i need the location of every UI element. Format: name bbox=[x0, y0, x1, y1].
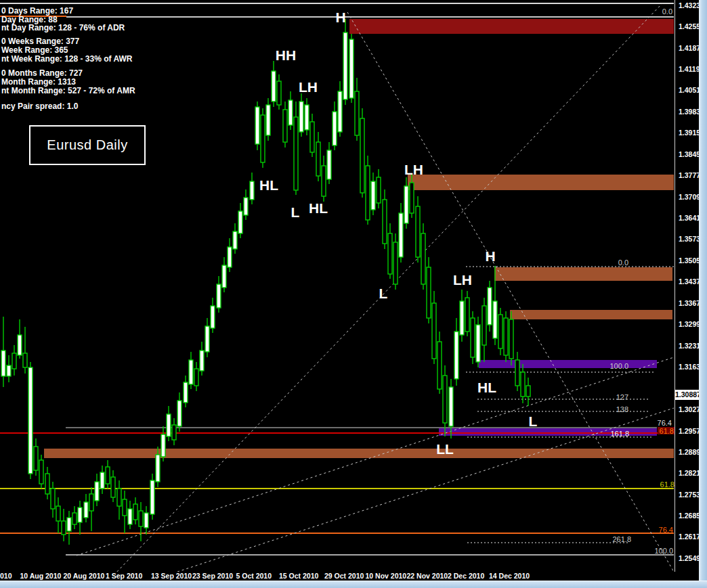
price-axis[interactable]: 1.432301.425501.418701.411901.405101.398… bbox=[674, 0, 699, 580]
candle-bull bbox=[28, 367, 33, 474]
swing-point-label[interactable]: L bbox=[379, 286, 388, 301]
candle-bull bbox=[18, 335, 22, 355]
candle-bear bbox=[443, 376, 447, 423]
candle-bull bbox=[493, 301, 497, 338]
candle-bear bbox=[465, 298, 469, 332]
candle-bull bbox=[100, 472, 104, 489]
candle-bull bbox=[333, 112, 337, 145]
candle-bear bbox=[51, 489, 55, 509]
swing-point-label[interactable]: H bbox=[335, 9, 345, 25]
swing-point-label[interactable]: LL bbox=[436, 441, 454, 457]
candle-bull bbox=[177, 401, 181, 426]
candle-bear bbox=[277, 81, 281, 105]
candle-bull bbox=[305, 105, 309, 130]
candle-bull bbox=[338, 91, 342, 132]
date-axis-label: 1 Sep 2010 bbox=[106, 572, 142, 580]
candle-bull bbox=[454, 332, 458, 379]
fib-level-label: 100.0 bbox=[609, 362, 628, 370]
candle-bull bbox=[156, 455, 160, 482]
candle-bear bbox=[62, 521, 66, 535]
swing-point-label[interactable]: LH bbox=[453, 272, 472, 288]
date-axis-label: 22 Nov 2010 bbox=[407, 572, 448, 580]
date-axis-label: 29 Oct 2010 bbox=[324, 572, 364, 580]
candle-bear bbox=[310, 122, 314, 152]
swing-point-label[interactable]: LH bbox=[404, 162, 423, 177]
candle-bear bbox=[12, 353, 16, 369]
swing-point-label[interactable]: L bbox=[291, 204, 300, 220]
candle-bear bbox=[427, 267, 431, 318]
current-price-tag: 1.30887 bbox=[675, 390, 699, 400]
candle-bull bbox=[78, 507, 82, 522]
swing-point-label[interactable]: LH bbox=[299, 79, 318, 95]
candle-bear bbox=[117, 489, 121, 506]
candle-bull bbox=[128, 509, 132, 524]
swing-point-label[interactable]: H bbox=[485, 248, 495, 264]
candle-bear bbox=[133, 504, 137, 520]
candle-bear bbox=[515, 360, 519, 386]
supply-zone-brown-1[interactable] bbox=[408, 175, 674, 190]
date-axis-label: 23 Sep 2010 bbox=[192, 572, 233, 580]
demand-zone-brown-low[interactable] bbox=[44, 449, 674, 458]
candle-bull bbox=[211, 306, 215, 328]
candle-bear bbox=[383, 200, 387, 244]
candle-bear bbox=[366, 166, 370, 220]
candle-bear bbox=[504, 318, 508, 355]
candle-bear bbox=[471, 318, 475, 357]
candle-bull bbox=[288, 100, 293, 125]
window-edge-right bbox=[699, 0, 707, 588]
fib-level-label: 76.4 bbox=[659, 526, 673, 534]
swing-point-label[interactable]: L bbox=[529, 413, 538, 429]
candle-bear bbox=[39, 460, 43, 484]
candle-bear bbox=[388, 233, 392, 274]
fib-level-label: 0.0 bbox=[618, 258, 628, 267]
symbol-label: Eurusd Daily bbox=[47, 137, 127, 153]
candle-bull bbox=[488, 288, 492, 325]
candle-bear bbox=[482, 306, 486, 345]
candle-bull bbox=[250, 181, 254, 200]
candle-bull bbox=[205, 326, 209, 352]
date-axis-label: 20 Aug 2010 bbox=[64, 572, 105, 580]
swing-point-label[interactable]: HL bbox=[477, 380, 496, 395]
candle-bull bbox=[67, 518, 71, 531]
price-chart-canvas[interactable]: 0.00.0100.0127138161.876.461.861.876.426… bbox=[0, 0, 707, 588]
swing-point-label[interactable]: HL bbox=[259, 177, 278, 193]
date-axis-label: 13 Sep 2010 bbox=[151, 572, 192, 580]
candle-bull bbox=[299, 101, 303, 132]
candle-bull bbox=[460, 301, 464, 335]
candle-bear bbox=[432, 303, 436, 359]
candle-bear bbox=[283, 110, 287, 142]
candle-bull bbox=[150, 480, 154, 514]
candle-bull bbox=[327, 150, 331, 179]
fib-level-label: 0.0 bbox=[662, 7, 672, 16]
candle-bear bbox=[316, 142, 320, 176]
candle-bear bbox=[521, 372, 525, 397]
fib-level-label: 127 bbox=[616, 393, 628, 401]
fib-level-label: 61.8 bbox=[660, 480, 674, 489]
supply-zone-red[interactable] bbox=[349, 19, 674, 34]
candle-bear bbox=[72, 513, 77, 524]
fib-level-label: 100.0 bbox=[654, 547, 673, 555]
candle-bull bbox=[144, 513, 148, 528]
candle-bull bbox=[255, 107, 259, 144]
candle-bull bbox=[266, 105, 270, 135]
candle-bear bbox=[509, 319, 513, 359]
window-edge-bottom bbox=[0, 581, 707, 588]
candle-bear bbox=[23, 353, 27, 367]
symbol-label-box[interactable]: Eurusd Daily bbox=[29, 125, 146, 165]
candle-bull bbox=[404, 186, 408, 223]
candle-bull bbox=[228, 247, 232, 267]
candle-bull bbox=[244, 198, 248, 215]
candle-bear bbox=[360, 118, 364, 193]
supply-zone-brown-2[interactable] bbox=[494, 267, 672, 281]
fib-level-label: 61.8 bbox=[660, 427, 674, 435]
fib-level-label: 161.8 bbox=[610, 430, 629, 438]
swing-point-label[interactable]: HL bbox=[309, 200, 328, 216]
candle-bull bbox=[371, 181, 375, 210]
date-axis[interactable]: 01010 Aug 201020 Aug 20101 Sep 201013 Se… bbox=[0, 572, 699, 581]
candle-bull bbox=[184, 382, 188, 403]
candle-bear bbox=[437, 342, 442, 389]
supply-zone-brown-3[interactable] bbox=[510, 310, 672, 319]
swing-point-label[interactable]: HH bbox=[276, 47, 296, 63]
candle-bear bbox=[139, 511, 143, 526]
candle-bull bbox=[476, 325, 480, 362]
